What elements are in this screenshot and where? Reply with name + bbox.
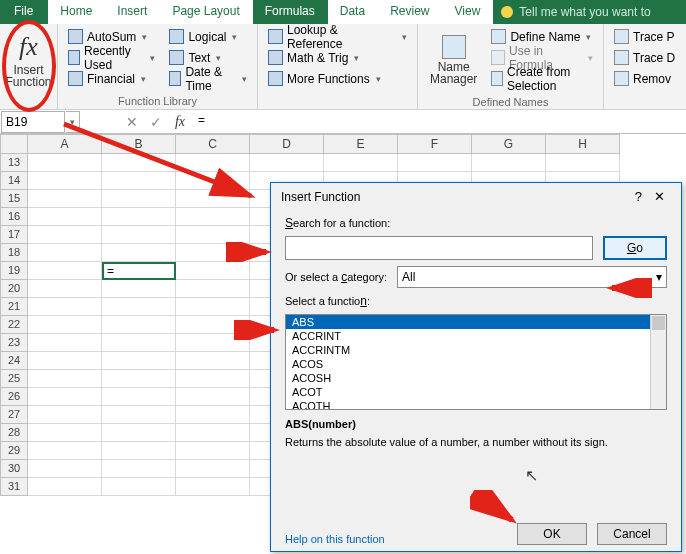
- row-header[interactable]: 17: [0, 226, 28, 244]
- col-header[interactable]: G: [472, 134, 546, 154]
- dialog-close-button[interactable]: ✕: [648, 189, 671, 204]
- scrollbar[interactable]: [650, 315, 666, 409]
- cell[interactable]: [28, 370, 102, 388]
- cell[interactable]: [28, 460, 102, 478]
- cell[interactable]: [102, 154, 176, 172]
- ok-button[interactable]: OK: [517, 523, 587, 545]
- row-header[interactable]: 23: [0, 334, 28, 352]
- tab-data[interactable]: Data: [328, 0, 378, 24]
- lookup-button[interactable]: Lookup & Reference▾: [264, 26, 411, 47]
- cell[interactable]: [102, 478, 176, 496]
- cell[interactable]: [176, 172, 250, 190]
- list-item[interactable]: ACOSH: [286, 371, 666, 385]
- category-select[interactable]: All▾: [397, 266, 667, 288]
- row-header[interactable]: 25: [0, 370, 28, 388]
- cell[interactable]: [176, 460, 250, 478]
- cell[interactable]: [176, 352, 250, 370]
- row-header[interactable]: 24: [0, 352, 28, 370]
- row-header[interactable]: 22: [0, 316, 28, 334]
- list-item[interactable]: ACOT: [286, 385, 666, 399]
- row-header[interactable]: 19: [0, 262, 28, 280]
- row-header[interactable]: 30: [0, 460, 28, 478]
- cell[interactable]: [102, 316, 176, 334]
- row-header[interactable]: 27: [0, 406, 28, 424]
- row-header[interactable]: 14: [0, 172, 28, 190]
- cell[interactable]: [28, 280, 102, 298]
- cell[interactable]: [102, 190, 176, 208]
- cell[interactable]: [28, 442, 102, 460]
- cell[interactable]: [176, 424, 250, 442]
- list-item[interactable]: ACCRINTM: [286, 343, 666, 357]
- cell[interactable]: [176, 262, 250, 280]
- cell[interactable]: [102, 460, 176, 478]
- cell[interactable]: [250, 154, 324, 172]
- go-button[interactable]: Go: [603, 236, 667, 260]
- math-trig-button[interactable]: Math & Trig▾: [264, 47, 411, 68]
- cell[interactable]: [176, 406, 250, 424]
- cell[interactable]: [28, 406, 102, 424]
- formula-bar[interactable]: =: [192, 111, 686, 133]
- help-link[interactable]: Help on this function: [285, 533, 385, 545]
- remove-arrows-button[interactable]: Remov: [610, 68, 680, 89]
- logical-button[interactable]: Logical▾: [165, 26, 251, 47]
- row-header[interactable]: 15: [0, 190, 28, 208]
- cell[interactable]: [28, 388, 102, 406]
- cell[interactable]: [28, 316, 102, 334]
- cell[interactable]: [546, 154, 620, 172]
- cell[interactable]: [28, 244, 102, 262]
- cell[interactable]: [472, 154, 546, 172]
- list-item[interactable]: ACOTH: [286, 399, 666, 410]
- col-header[interactable]: A: [28, 134, 102, 154]
- cell[interactable]: [102, 370, 176, 388]
- cell[interactable]: [28, 352, 102, 370]
- cell[interactable]: [102, 280, 176, 298]
- col-header[interactable]: H: [546, 134, 620, 154]
- cell[interactable]: [176, 478, 250, 496]
- row-header[interactable]: 31: [0, 478, 28, 496]
- cancel-button[interactable]: Cancel: [597, 523, 667, 545]
- col-header[interactable]: B: [102, 134, 176, 154]
- cell[interactable]: [28, 172, 102, 190]
- cell[interactable]: [176, 154, 250, 172]
- cell[interactable]: [28, 154, 102, 172]
- tab-insert[interactable]: Insert: [105, 0, 160, 24]
- enter-formula-icon[interactable]: ✓: [144, 114, 168, 130]
- cell[interactable]: [28, 298, 102, 316]
- recently-used-button[interactable]: Recently Used▾: [64, 47, 159, 68]
- tab-page-layout[interactable]: Page Layout: [160, 0, 252, 24]
- cell[interactable]: [102, 424, 176, 442]
- cell[interactable]: [176, 388, 250, 406]
- cell[interactable]: [102, 334, 176, 352]
- cell[interactable]: =: [102, 262, 176, 280]
- cell[interactable]: [28, 424, 102, 442]
- cell[interactable]: [102, 352, 176, 370]
- cell[interactable]: [176, 280, 250, 298]
- cell[interactable]: [102, 208, 176, 226]
- cell[interactable]: [398, 154, 472, 172]
- row-header[interactable]: 20: [0, 280, 28, 298]
- name-box[interactable]: [1, 111, 65, 133]
- function-list[interactable]: ABS ACCRINT ACCRINTM ACOS ACOSH ACOT ACO…: [285, 314, 667, 410]
- row-header[interactable]: 26: [0, 388, 28, 406]
- list-item[interactable]: ACCRINT: [286, 329, 666, 343]
- tab-home[interactable]: Home: [48, 0, 105, 24]
- dialog-help-button[interactable]: ?: [629, 189, 648, 204]
- cell[interactable]: [28, 334, 102, 352]
- list-item[interactable]: ACOS: [286, 357, 666, 371]
- fx-bar-icon[interactable]: fx: [168, 114, 192, 130]
- tell-me-search[interactable]: Tell me what you want to: [493, 0, 686, 24]
- cell[interactable]: [176, 334, 250, 352]
- cell[interactable]: [176, 226, 250, 244]
- name-box-dropdown[interactable]: ▾: [66, 111, 80, 133]
- trace-precedents-button[interactable]: Trace P: [610, 26, 680, 47]
- tab-review[interactable]: Review: [378, 0, 442, 24]
- financial-button[interactable]: Financial▾: [64, 68, 159, 89]
- row-header[interactable]: 16: [0, 208, 28, 226]
- cell[interactable]: [176, 244, 250, 262]
- cell[interactable]: [102, 298, 176, 316]
- cell[interactable]: [28, 262, 102, 280]
- tab-formulas[interactable]: Formulas: [253, 0, 328, 24]
- cell[interactable]: [176, 190, 250, 208]
- row-header[interactable]: 13: [0, 154, 28, 172]
- search-function-input[interactable]: [285, 236, 593, 260]
